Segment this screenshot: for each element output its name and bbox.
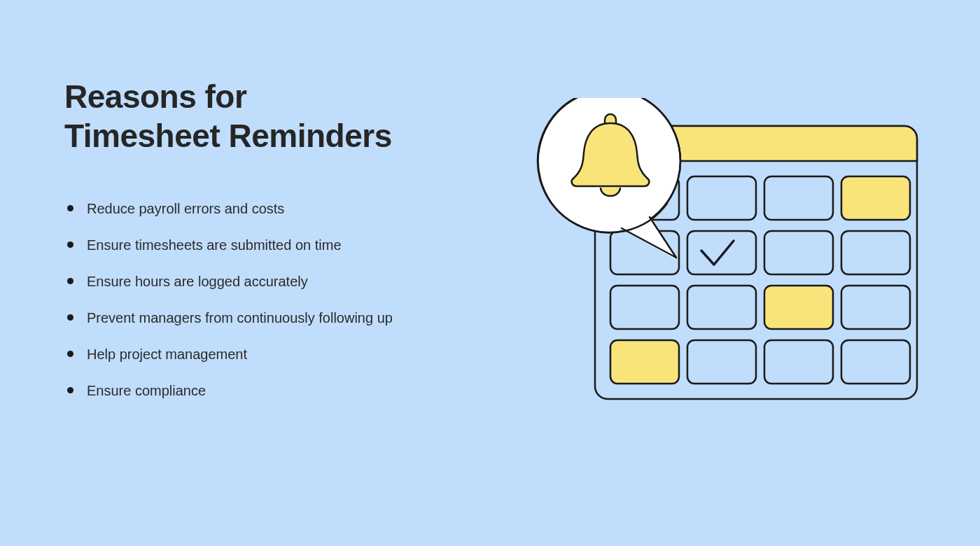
- bullet-item: Help project management: [81, 344, 498, 364]
- bullet-item: Ensure timesheets are submitted on time: [81, 235, 498, 255]
- svg-rect-6: [687, 231, 756, 274]
- svg-rect-10: [687, 286, 756, 329]
- bullet-item: Prevent managers from continuously follo…: [81, 308, 498, 328]
- svg-rect-7: [764, 231, 833, 274]
- bullet-item: Reduce payroll errors and costs: [81, 199, 498, 218]
- svg-rect-13: [610, 340, 679, 384]
- svg-rect-15: [764, 340, 833, 384]
- svg-rect-14: [687, 340, 756, 384]
- slide-reasons-timesheet-reminders: Reasons for Timesheet Reminders Reduce p…: [0, 0, 980, 546]
- svg-rect-4: [841, 176, 910, 220]
- calendar-bell-illustration: [532, 98, 924, 406]
- slide-title: Reasons for Timesheet Reminders: [64, 77, 498, 155]
- content-column: Reasons for Timesheet Reminders Reduce p…: [64, 77, 498, 417]
- svg-rect-8: [841, 231, 910, 274]
- bullet-item: Ensure compliance: [81, 381, 498, 400]
- svg-rect-3: [764, 176, 833, 220]
- bullet-list: Reduce payroll errors and costs Ensure t…: [64, 199, 498, 400]
- svg-rect-11: [764, 286, 833, 329]
- svg-rect-2: [687, 176, 756, 220]
- svg-rect-12: [841, 286, 910, 329]
- svg-rect-9: [610, 286, 679, 329]
- bullet-item: Ensure hours are logged accurately: [81, 272, 498, 291]
- svg-rect-16: [841, 340, 910, 384]
